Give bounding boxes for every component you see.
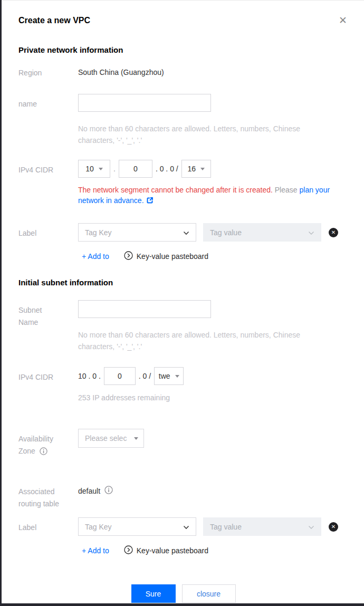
vpc-name-row: name No more than 60 characters are allo… (18, 94, 348, 146)
subnet-name-row: Subnet Name No more than 60 characters a… (18, 300, 348, 352)
tag-value-select[interactable]: Tag value (203, 223, 321, 242)
subnet-name-input[interactable] (78, 300, 211, 318)
dialog-title: Create a new VPC (18, 15, 90, 26)
remove-tag-button[interactable]: ✕ (329, 228, 338, 237)
remove-tag-button[interactable]: ✕ (329, 522, 338, 532)
cidr-mask-value: 16 (187, 165, 196, 173)
key-value-pasteboard-toggle[interactable]: Key-value pasteboard (124, 251, 208, 262)
subnet-section-heading: Initial subnet information (18, 278, 348, 287)
tag-value-select[interactable]: Tag value (203, 517, 321, 536)
info-icon[interactable] (40, 447, 47, 459)
subnet-tag-actions: + Add to Key-value pasteboard (78, 546, 348, 555)
tag-value-placeholder: Tag value (210, 523, 242, 531)
region-value: South China (Guangzhou) (78, 67, 348, 78)
confirm-button[interactable]: Sure (131, 584, 176, 603)
route-label-line1: Associated (18, 486, 78, 498)
region-label: Region (18, 67, 78, 79)
vpc-name-hint: No more than 60 characters are allowed. … (78, 123, 321, 146)
add-tag-link[interactable]: + Add to (82, 546, 109, 555)
tag-key-select[interactable]: Tag Key (78, 517, 196, 536)
add-tag-link[interactable]: + Add to (82, 252, 109, 261)
tag-key-select[interactable]: Tag Key (78, 223, 196, 242)
vpc-section-heading: Private network information (18, 46, 348, 54)
routing-table-value: default (78, 486, 100, 496)
az-label-line1: Availability (18, 433, 78, 445)
pasteboard-label: Key-value pasteboard (137, 546, 208, 555)
chevron-down-icon (183, 228, 189, 237)
cidr-warning: The network segment cannot be changed af… (78, 185, 342, 207)
cidr-dot: . (113, 165, 116, 173)
tag-value-placeholder: Tag value (210, 228, 242, 237)
tag-key-placeholder: Tag Key (85, 523, 112, 531)
vpc-tag-row: Label Tag Key Tag value ✕ (18, 223, 348, 242)
subnet-name-label: Subnet Name (18, 300, 78, 329)
subnet-cidr-octet-input[interactable] (104, 367, 136, 385)
cancel-button[interactable]: closure (182, 584, 236, 603)
subnet-mask-value: twe (159, 372, 170, 380)
tag-key-placeholder: Tag Key (85, 228, 112, 237)
dialog-footer: Sure closure (18, 584, 348, 603)
vpc-cidr-row: IPv4 CIDR 10 . . 0 . 0 / 16 The network … (18, 160, 348, 207)
routing-table-label: Associated routing table (18, 486, 78, 510)
subnet-cidr-controls: 10 . 0 . . 0 / twe (78, 367, 348, 385)
triangle-down-icon (200, 168, 205, 170)
chevron-down-icon (308, 228, 314, 237)
triangle-down-icon (99, 168, 103, 170)
subnet-name-label-line2: Name (18, 316, 78, 329)
triangle-down-icon (134, 437, 138, 440)
subnet-name-label-line1: Subnet (18, 304, 78, 316)
subnet-cidr-tail: . 0 / (139, 372, 151, 380)
cidr-static-tail: . 0 . 0 / (156, 165, 178, 173)
remove-tag-icon: ✕ (331, 524, 336, 530)
cidr-warning-text: The network segment cannot be changed af… (78, 186, 273, 194)
routing-table-row: Associated routing table default (18, 486, 348, 510)
subnet-cidr-row: IPv4 CIDR 10 . 0 . . 0 / twe 253 IP addr… (18, 367, 348, 402)
triangle-down-icon (175, 375, 179, 378)
circle-arrow-right-icon (124, 545, 133, 556)
ip-remaining-text: 253 IP addresses remaining (78, 393, 348, 402)
cidr-octet1-value: 10 (85, 165, 94, 173)
cidr-warning-mid: Please (275, 186, 298, 194)
page-edge-left (0, 0, 2, 606)
cidr-octet1-select[interactable]: 10 (78, 160, 110, 178)
route-label-line2: routing table (18, 498, 78, 510)
page-edge-bottom (0, 603, 364, 606)
dialog-header: Create a new VPC ✕ (18, 1, 348, 26)
cidr-mask-select[interactable]: 16 (181, 160, 211, 178)
external-link-icon[interactable] (146, 196, 154, 207)
vpc-cidr-label: IPv4 CIDR (18, 160, 78, 176)
subnet-tag-label: Label (18, 517, 78, 534)
circle-arrow-right-icon (124, 251, 133, 262)
chevron-down-icon (183, 523, 189, 531)
availability-zone-select[interactable]: Please selec (78, 429, 144, 448)
close-icon: ✕ (339, 15, 347, 26)
close-button[interactable]: ✕ (338, 15, 348, 25)
availability-zone-row: Availability Zone Please selec (18, 429, 348, 459)
create-vpc-dialog: Create a new VPC ✕ Private network infor… (2, 0, 364, 603)
vpc-tag-actions: + Add to Key-value pasteboard (78, 252, 348, 261)
vpc-name-input[interactable] (78, 94, 211, 112)
subnet-tag-row: Label Tag Key Tag value ✕ (18, 517, 348, 536)
subnet-cidr-label: IPv4 CIDR (18, 367, 78, 383)
pasteboard-label: Key-value pasteboard (137, 252, 208, 261)
vpc-name-label: name (18, 94, 78, 110)
key-value-pasteboard-toggle[interactable]: Key-value pasteboard (124, 545, 208, 556)
region-row: Region South China (Guangzhou) (18, 67, 348, 79)
subnet-cidr-head: 10 . 0 . (78, 372, 101, 380)
chevron-down-icon (308, 523, 314, 531)
az-label-line2: Zone (18, 447, 35, 455)
subnet-name-hint: No more than 60 characters are allowed. … (78, 329, 321, 352)
az-placeholder: Please selec (85, 434, 127, 443)
vpc-tag-label: Label (18, 223, 78, 239)
availability-zone-label: Availability Zone (18, 429, 78, 459)
vpc-cidr-controls: 10 . . 0 . 0 / 16 (78, 160, 348, 178)
cidr-octet2-input[interactable] (119, 160, 152, 178)
info-icon[interactable] (104, 486, 113, 496)
subnet-mask-select[interactable]: twe (154, 367, 184, 385)
remove-tag-icon: ✕ (331, 230, 336, 235)
